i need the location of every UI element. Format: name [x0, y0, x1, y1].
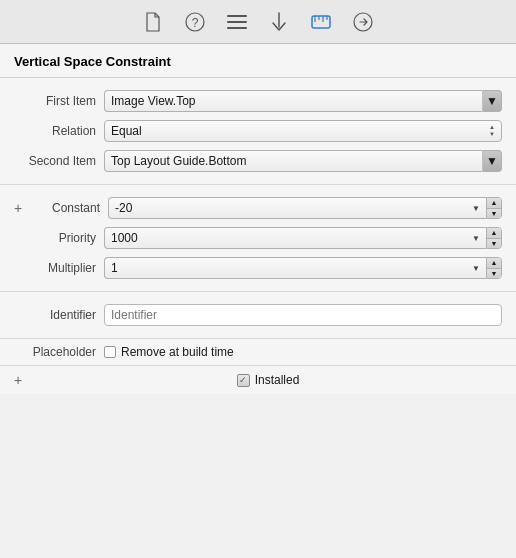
priority-stepper[interactable]: ▲ ▼: [486, 227, 502, 249]
multiplier-step-down[interactable]: ▼: [487, 269, 501, 279]
priority-step-down[interactable]: ▼: [487, 239, 501, 249]
multiplier-stepper[interactable]: ▲ ▼: [486, 257, 502, 279]
svg-rect-2: [227, 15, 247, 17]
constant-label: Constant: [34, 201, 108, 215]
installed-label: Installed: [255, 373, 300, 387]
constant-step-up[interactable]: ▲: [487, 198, 501, 209]
priority-dropdown-arrow: ▼: [472, 234, 480, 243]
second-item-select[interactable]: Top Layout Guide.Bottom: [104, 150, 482, 172]
priority-select-group: 1000 ▼ ▲ ▼: [104, 227, 502, 249]
second-item-dropdown-btn[interactable]: ▼: [482, 150, 502, 172]
first-item-dropdown-btn[interactable]: ▼: [482, 90, 502, 112]
panel: Vertical Space Constraint First Item Ima…: [0, 44, 516, 394]
multiplier-dropdown-arrow: ▼: [472, 264, 480, 273]
constant-dropdown-arrow: ▼: [472, 204, 480, 213]
multiplier-value: 1: [111, 261, 468, 275]
constant-stepper[interactable]: ▲ ▼: [486, 197, 502, 219]
installed-checkbox-label[interactable]: ✓ Installed: [237, 373, 300, 387]
placeholder-check-text: Remove at build time: [121, 345, 234, 359]
constant-select[interactable]: -20 ▼: [108, 197, 486, 219]
relation-row: Relation Equal ▲ ▼: [0, 116, 516, 146]
first-item-section: First Item Image View.Top ▼ Relation Equ…: [0, 78, 516, 185]
svg-text:?: ?: [192, 15, 199, 29]
arrow-circle-icon[interactable]: [351, 10, 375, 34]
installed-section: + ✓ Installed: [0, 366, 516, 394]
relation-select[interactable]: Equal ▲ ▼: [104, 120, 502, 142]
file-icon[interactable]: [141, 10, 165, 34]
multiplier-select-group: 1 ▼ ▲ ▼: [104, 257, 502, 279]
first-item-value: Image View.Top: [111, 94, 476, 108]
placeholder-label: Placeholder: [14, 345, 104, 359]
numeric-section: + Constant -20 ▼ ▲ ▼ Priority: [0, 185, 516, 292]
priority-step-up[interactable]: ▲: [487, 228, 501, 239]
second-item-label: Second Item: [14, 154, 104, 168]
svg-rect-4: [227, 27, 247, 29]
constant-plus-icon[interactable]: +: [14, 200, 30, 216]
constant-value: -20: [115, 201, 468, 215]
priority-control: 1000 ▼ ▲ ▼: [104, 227, 502, 249]
constant-select-group: -20 ▼ ▲ ▼: [108, 197, 502, 219]
list-icon[interactable]: [225, 10, 249, 34]
multiplier-label: Multiplier: [14, 261, 104, 275]
constant-control: -20 ▼ ▲ ▼: [108, 197, 502, 219]
priority-row: Priority 1000 ▼ ▲ ▼: [0, 223, 516, 253]
relation-value: Equal: [111, 124, 489, 138]
toolbar: ?: [0, 0, 516, 44]
multiplier-step-up[interactable]: ▲: [487, 258, 501, 269]
constant-row: + Constant -20 ▼ ▲ ▼: [0, 193, 516, 223]
priority-select[interactable]: 1000 ▼: [104, 227, 486, 249]
chevron-down-icon: ▼: [486, 94, 498, 108]
constant-step-down[interactable]: ▼: [487, 209, 501, 219]
identifier-row: Identifier: [0, 300, 516, 330]
identifier-section: Identifier: [0, 292, 516, 339]
relation-stepper-icon: ▲ ▼: [489, 124, 495, 137]
priority-label: Priority: [14, 231, 104, 245]
identifier-label: Identifier: [14, 308, 104, 322]
first-item-select[interactable]: Image View.Top: [104, 90, 482, 112]
multiplier-control: 1 ▼ ▲ ▼: [104, 257, 502, 279]
arrow-down-icon[interactable]: [267, 10, 291, 34]
first-item-control: Image View.Top ▼: [104, 90, 502, 112]
second-item-value: Top Layout Guide.Bottom: [111, 154, 476, 168]
installed-wrap: ✓ Installed: [34, 373, 502, 387]
identifier-control: [104, 304, 502, 326]
relation-label: Relation: [14, 124, 104, 138]
priority-value: 1000: [111, 231, 468, 245]
installed-plus-icon[interactable]: +: [14, 372, 30, 388]
second-item-control: Top Layout Guide.Bottom ▼: [104, 150, 502, 172]
placeholder-checkbox-label[interactable]: Remove at build time: [104, 345, 234, 359]
placeholder-checkbox[interactable]: [104, 346, 116, 358]
relation-control: Equal ▲ ▼: [104, 120, 502, 142]
multiplier-row: Multiplier 1 ▼ ▲ ▼: [0, 253, 516, 283]
second-item-row: Second Item Top Layout Guide.Bottom ▼: [0, 146, 516, 176]
svg-rect-3: [227, 21, 247, 23]
panel-title: Vertical Space Constraint: [0, 44, 516, 78]
identifier-input[interactable]: [104, 304, 502, 326]
ruler-icon[interactable]: [309, 10, 333, 34]
placeholder-section: Placeholder Remove at build time: [0, 339, 516, 366]
help-icon[interactable]: ?: [183, 10, 207, 34]
first-item-label: First Item: [14, 94, 104, 108]
chevron-down-icon2: ▼: [486, 154, 498, 168]
installed-checkbox[interactable]: ✓: [237, 374, 250, 387]
first-item-row: First Item Image View.Top ▼: [0, 86, 516, 116]
multiplier-select[interactable]: 1 ▼: [104, 257, 486, 279]
